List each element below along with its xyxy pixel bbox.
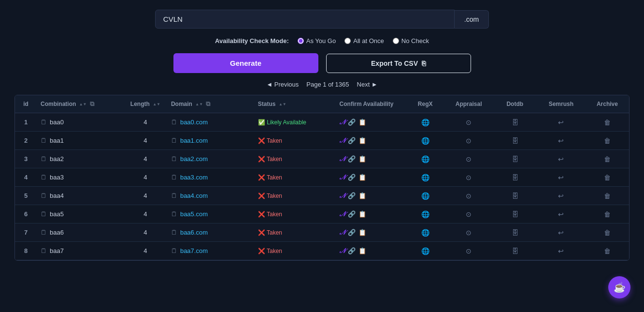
col-header-status[interactable]: Status ▲▼	[254, 95, 336, 113]
globe-icon[interactable]: 🌐	[421, 155, 429, 163]
archive-trash-icon[interactable]: 🗑	[604, 229, 611, 237]
dotdb-icon[interactable]: 🗄	[512, 229, 518, 237]
archive-trash-icon[interactable]: 🗑	[604, 119, 611, 126]
combination-value: baa5	[50, 210, 64, 218]
dotdb-icon[interactable]: 🗄	[512, 174, 518, 181]
domain-value[interactable]: baa2.com	[180, 155, 208, 163]
clipboard-icon[interactable]: 📋	[358, 137, 366, 144]
dotdb-icon[interactable]: 🗄	[512, 119, 518, 126]
tld-button[interactable]: .com	[455, 10, 489, 29]
appraisal-icon[interactable]: ⊙	[466, 137, 472, 145]
globe-icon[interactable]: 🌐	[421, 119, 429, 126]
semrush-icon[interactable]: ↩	[558, 192, 564, 200]
globe-icon[interactable]: 🌐	[421, 137, 429, 145]
check-mode-all-at-once[interactable]: All at Once	[344, 37, 384, 45]
col-header-domain[interactable]: Domain ▲▼ ⧉	[167, 95, 254, 113]
domain-value[interactable]: baa3.com	[180, 174, 208, 181]
appraisal-icon[interactable]: ⊙	[466, 192, 472, 200]
link-icon[interactable]: 🔗	[348, 174, 356, 181]
radio-as-you-go[interactable]	[298, 38, 304, 44]
domain-value[interactable]: baa7.com	[180, 247, 208, 254]
link-icon[interactable]: 🔗	[348, 155, 356, 163]
globe-icon[interactable]: 🌐	[421, 210, 429, 218]
globe-icon[interactable]: 🌐	[421, 192, 429, 200]
dotdb-icon[interactable]: 🗄	[512, 137, 518, 145]
archive-trash-icon[interactable]: 🗑	[604, 210, 611, 218]
dotdb-icon[interactable]: 🗄	[512, 192, 518, 200]
check-mode-no-check[interactable]: No Check	[393, 37, 429, 45]
semrush-icon[interactable]: ↩	[558, 119, 564, 126]
globe-icon[interactable]: 🌐	[421, 174, 429, 181]
copy-domain-icon[interactable]: ⧉	[206, 100, 210, 107]
dotdb-icon[interactable]: 🗄	[512, 155, 518, 163]
link-icon[interactable]: 🔗	[348, 210, 356, 218]
clipboard-icon[interactable]: 📋	[358, 155, 366, 163]
globe-icon[interactable]: 🌐	[421, 229, 429, 237]
semrush-icon[interactable]: ↩	[558, 155, 564, 163]
appraisal-icon[interactable]: ⊙	[466, 174, 472, 181]
generate-button[interactable]: Generate	[173, 53, 318, 73]
previous-button[interactable]: ◄ Previous	[266, 81, 299, 88]
link-icon[interactable]: 🔗	[348, 137, 356, 144]
dotdb-icon[interactable]: 🗄	[512, 247, 518, 255]
link-icon[interactable]: 🔗	[348, 119, 356, 126]
archive-trash-icon[interactable]: 🗑	[604, 174, 611, 181]
archive-trash-icon[interactable]: 🗑	[604, 192, 611, 200]
archive-trash-icon[interactable]: 🗑	[604, 155, 611, 163]
clipboard-icon[interactable]: 📋	[358, 119, 366, 126]
appraisal-icon[interactable]: ⊙	[466, 119, 472, 126]
dotdb-icon[interactable]: 🗄	[512, 210, 518, 218]
namecheap-icon[interactable]: 𝒩	[340, 173, 345, 181]
status-badge: ❌ Taken	[258, 229, 282, 236]
cell-semrush: ↩	[537, 113, 586, 132]
namecheap-icon[interactable]: 𝒩	[340, 247, 345, 255]
semrush-icon[interactable]: ↩	[558, 210, 564, 218]
domain-value[interactable]: baa5.com	[180, 210, 208, 218]
namecheap-icon[interactable]: 𝒩	[340, 192, 345, 200]
appraisal-icon[interactable]: ⊙	[466, 155, 472, 163]
clipboard-icon[interactable]: 📋	[358, 247, 366, 254]
cell-length: 4	[124, 168, 167, 187]
clipboard-icon[interactable]: 📋	[358, 174, 366, 181]
archive-trash-icon[interactable]: 🗑	[604, 247, 611, 255]
appraisal-icon[interactable]: ⊙	[466, 229, 472, 237]
status-badge: ❌ Taken	[258, 174, 282, 181]
domain-value[interactable]: baa4.com	[180, 192, 208, 199]
globe-icon[interactable]: 🌐	[421, 247, 429, 255]
col-header-combination[interactable]: Combination ▲▼ ⧉	[37, 95, 124, 113]
semrush-icon[interactable]: ↩	[558, 247, 564, 255]
radio-all-at-once[interactable]	[344, 38, 351, 44]
semrush-icon[interactable]: ↩	[558, 137, 564, 145]
export-csv-button[interactable]: Export To CSV ⎘	[326, 54, 471, 73]
clipboard-icon[interactable]: 📋	[358, 229, 366, 236]
semrush-icon[interactable]: ↩	[558, 229, 564, 237]
domain-value[interactable]: baa0.com	[180, 119, 208, 126]
appraisal-icon[interactable]: ⊙	[466, 210, 472, 218]
domain-doc-icon: 🗒	[171, 210, 177, 218]
clipboard-icon[interactable]: 📋	[358, 192, 366, 199]
appraisal-icon[interactable]: ⊙	[466, 247, 472, 255]
domain-value[interactable]: baa6.com	[180, 229, 208, 236]
archive-trash-icon[interactable]: 🗑	[604, 137, 611, 145]
col-header-length[interactable]: Length ▲▼	[124, 95, 167, 113]
namecheap-icon[interactable]: 𝒩	[340, 210, 345, 218]
search-input[interactable]	[155, 10, 455, 29]
cell-regx: 🌐	[406, 242, 444, 260]
namecheap-icon[interactable]: 𝒩	[340, 228, 345, 237]
cell-semrush: ↩	[537, 205, 586, 223]
domain-value[interactable]: baa1.com	[180, 137, 208, 144]
clipboard-icon[interactable]: 📋	[358, 210, 366, 218]
semrush-icon[interactable]: ↩	[558, 174, 564, 181]
namecheap-icon[interactable]: 𝒩	[340, 136, 345, 145]
copy-combination-icon[interactable]: ⧉	[90, 100, 94, 107]
namecheap-icon[interactable]: 𝒩	[340, 155, 345, 163]
namecheap-icon[interactable]: 𝒩	[340, 118, 345, 126]
radio-no-check[interactable]	[393, 38, 399, 44]
link-icon[interactable]: 🔗	[348, 192, 356, 199]
next-button[interactable]: Next ►	[357, 81, 378, 88]
link-icon[interactable]: 🔗	[348, 229, 356, 236]
combination-value: baa1	[50, 137, 64, 144]
link-icon[interactable]: 🔗	[348, 247, 356, 254]
fab-button[interactable]: ☕	[608, 276, 630, 298]
check-mode-as-you-go[interactable]: As You Go	[298, 37, 336, 45]
